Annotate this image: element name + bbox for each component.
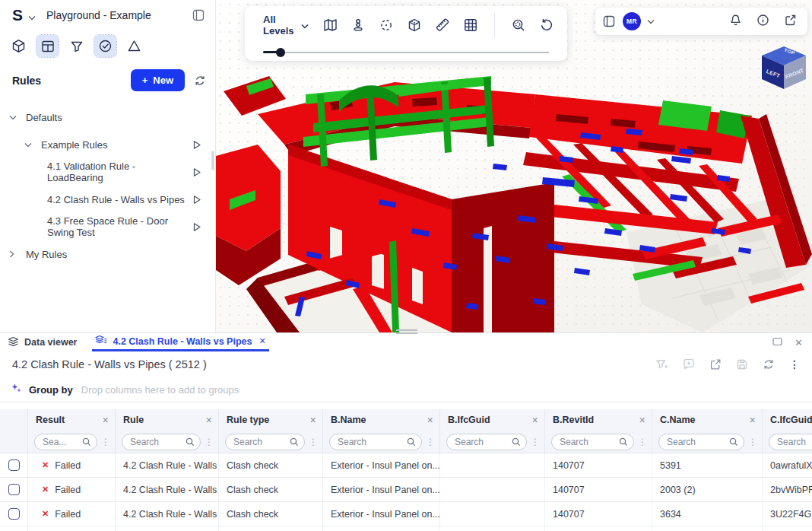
rules-check-icon[interactable] [94,35,116,57]
app-logo[interactable]: S [12,6,23,24]
column-header[interactable]: Rule type✕ [219,409,323,431]
tree-item-my-rules[interactable]: My Rules [0,240,215,268]
reset-view-icon[interactable] [539,17,554,33]
search-input[interactable] [338,437,404,447]
zoom-select-icon[interactable] [511,17,526,33]
slider-track[interactable] [263,52,549,53]
search-input[interactable] [130,437,182,447]
column-search-input-wrap[interactable] [658,434,744,450]
search-input[interactable] [43,437,79,447]
close-tab-icon[interactable]: ✕ [259,336,265,346]
layout-panels-icon[interactable] [36,35,59,57]
sync-rules-icon[interactable] [194,75,206,87]
column-header[interactable]: C.IfcGuid✕ [763,409,812,431]
first-person-icon[interactable] [350,17,366,33]
table-row[interactable]: ✕Failed 4.2 Clash Rule - Walls vs... Cla… [0,478,812,502]
model-viewport[interactable]: All Levels [216,0,812,332]
section-box-icon[interactable] [407,17,422,33]
navigation-cube[interactable]: TOP LEFT FRONT [758,45,810,92]
tab-data-viewer[interactable]: Data viewer [8,333,77,351]
column-header[interactable]: B.IfcGuid✕ [440,409,545,431]
column-menu-kebab-icon[interactable]: ⋮ [426,437,435,447]
row-checkbox[interactable] [8,459,20,471]
run-rule-icon[interactable] [192,140,201,150]
workspace-chevron-down-icon[interactable] [28,10,36,24]
search-input[interactable] [560,437,616,447]
tree-item-rule-42[interactable]: 4.2 Clash Rule - Walls vs Pipes [0,186,215,213]
new-rule-button[interactable]: + New [131,69,185,91]
column-header[interactable]: B.Name✕ [323,409,440,431]
level-slider[interactable] [263,48,549,57]
column-search-input-wrap[interactable] [769,434,812,450]
column-search-input-wrap[interactable] [551,434,634,450]
column-search-input-wrap[interactable] [34,434,97,450]
run-rule-icon[interactable] [192,222,201,232]
user-avatar[interactable]: MR [623,12,641,30]
share-export-icon[interactable] [784,14,797,30]
tree-item-example-rules[interactable]: Example Rules [0,131,215,158]
refresh-icon[interactable] [763,358,775,370]
chevron-down-icon[interactable] [24,142,33,148]
group-by-dropzone[interactable]: Drop columns here to add to groups [81,384,239,396]
search-input[interactable] [667,437,726,447]
collapse-sidebar-icon[interactable] [192,9,205,21]
slider-thumb[interactable] [276,48,285,57]
column-menu-kebab-icon[interactable]: ⋮ [638,437,647,447]
close-panel-icon[interactable]: ✕ [795,337,803,348]
add-filter-icon[interactable] [655,358,668,370]
remove-column-icon[interactable]: ✕ [749,415,756,424]
remove-column-icon[interactable]: ✕ [427,415,433,424]
column-menu-kebab-icon[interactable]: ⋮ [531,437,540,447]
column-header[interactable]: Result✕ [28,409,116,431]
measure-ruler-icon[interactable] [435,17,450,33]
chevron-down-icon[interactable] [9,115,18,120]
tree-item-rule-41[interactable]: 4.1 Validation Rule - LoadBearing [0,158,215,186]
column-menu-kebab-icon[interactable]: ⋮ [748,437,757,447]
remove-column-icon[interactable]: ✕ [205,415,212,424]
table-row[interactable]: ✕Failed 4.2 Clash Rule - Walls vs... Cla… [0,502,812,526]
model-cube-icon[interactable] [8,35,30,57]
maximize-panel-icon[interactable] [772,335,782,349]
filter-icon[interactable] [65,35,87,57]
column-search-input-wrap[interactable] [122,434,201,450]
column-menu-kebab-icon[interactable]: ⋮ [205,437,214,447]
column-header[interactable]: Rule✕ [116,409,219,431]
tree-item-rule-43[interactable]: 4.3 Free Space Rule - Door Swing Test [0,213,215,240]
column-search-input-wrap[interactable] [225,434,305,450]
more-options-kebab-icon[interactable]: ⋮ [789,358,800,370]
search-input[interactable] [455,437,509,447]
chevron-right-icon[interactable] [9,250,18,258]
tab-clash-rule-results[interactable]: 4.2 Clash Rule - Walls vs Pipes ✕ [92,333,268,351]
run-rule-icon[interactable] [192,167,201,177]
remove-column-icon[interactable]: ✕ [531,415,538,424]
tree-item-defaults[interactable]: Defaults [0,103,215,131]
panel-right-toggle-icon[interactable] [603,15,615,27]
search-input[interactable] [233,437,287,447]
levels-dropdown[interactable]: All Levels [263,14,309,37]
info-icon[interactable] [756,14,769,30]
notifications-bell-icon[interactable] [729,14,742,30]
column-search-input-wrap[interactable] [446,434,527,450]
remove-column-icon[interactable]: ✕ [639,415,645,424]
map-icon[interactable] [322,17,338,33]
panel-resize-handle[interactable] [396,329,417,335]
issues-triangle-icon[interactable] [123,35,145,57]
search-input[interactable] [777,437,812,447]
save-icon[interactable] [736,358,748,370]
group-by-bar[interactable]: Group by Drop columns here to add to gro… [0,377,812,402]
column-menu-kebab-icon[interactable]: ⋮ [101,437,110,447]
column-header[interactable]: C.Name✕ [652,409,763,431]
remove-column-icon[interactable]: ✕ [102,415,109,424]
remove-column-icon[interactable]: ✕ [309,415,316,424]
export-open-icon[interactable] [709,358,722,370]
add-comment-icon[interactable] [683,358,695,370]
column-menu-kebab-icon[interactable]: ⋮ [309,437,318,447]
sidebar-scrollbar[interactable] [211,151,214,170]
account-chevron-down-icon[interactable] [647,19,655,24]
column-header[interactable]: B.RevitId✕ [545,409,652,431]
run-rule-icon[interactable] [192,195,201,205]
row-checkbox[interactable] [8,484,20,495]
focus-target-icon[interactable] [379,17,394,33]
grid-table-icon[interactable] [463,17,478,33]
column-search-input-wrap[interactable] [329,434,422,450]
